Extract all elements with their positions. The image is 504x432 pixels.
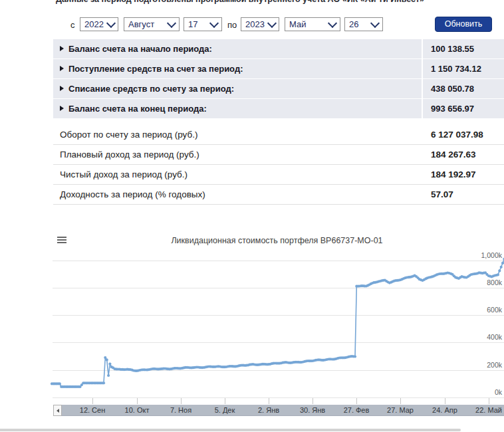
detail-row-label: Оборот по счету за период (руб.): [60, 125, 197, 144]
x-axis-tick: [400, 398, 401, 404]
from-month-value: Август: [128, 19, 154, 29]
x-axis-label: 12. Сен: [80, 406, 105, 414]
report-source-note: Данные за период подготовлены программой…: [56, 0, 424, 4]
summary-row-label: Поступление средств на счет за период:: [68, 59, 243, 78]
detail-row-value: 57.07: [431, 185, 453, 204]
x-axis-tick: [313, 398, 313, 404]
expand-arrow-icon: [60, 86, 64, 91]
from-month-select[interactable]: Август: [124, 17, 180, 31]
summary-row-value: 100 138.55: [431, 39, 474, 58]
from-year-value: 2022: [84, 19, 104, 29]
column-divider: [422, 79, 423, 98]
chevron-down-icon: [209, 18, 219, 27]
y-gridline: [53, 288, 504, 288]
summary-row-label: Списание средств по счету за период:: [68, 79, 234, 98]
from-label: с: [70, 20, 75, 30]
x-axis-label: 24. Апр: [432, 406, 457, 414]
chevron-down-icon: [328, 18, 337, 27]
chart-title: Ликвидационная стоимость портфеля ВР6673…: [52, 236, 502, 245]
detail-row-value: 184 267.63: [431, 145, 476, 164]
summary-row-label: Баланс счета на начало периода:: [68, 39, 212, 58]
column-divider: [422, 99, 423, 118]
x-axis-tick: [137, 398, 138, 404]
x-axis-label: 27. Мар: [387, 406, 414, 414]
y-axis-label: 200k: [462, 361, 502, 369]
x-axis-label: 30. Янв: [300, 406, 325, 414]
chevron-down-icon: [267, 18, 277, 27]
summary-row-label: Баланс счета на конец периода:: [68, 99, 207, 118]
x-axis-tick: [181, 398, 182, 404]
detail-row-turnover: Оборот по счету за период (руб.) 6 127 0…: [53, 125, 504, 145]
y-gridline: [53, 315, 504, 316]
summary-row-deposits[interactable]: Поступление средств на счет за период: 1…: [53, 59, 504, 78]
x-axis-tick: [92, 398, 93, 404]
summary-row-value: 1 150 734.12: [431, 59, 481, 78]
x-axis-label: 27. Фев: [344, 406, 370, 414]
detail-row-value: 184 192.97: [431, 165, 476, 184]
from-day-select[interactable]: 17: [184, 17, 222, 31]
from-day-value: 17: [188, 19, 197, 29]
x-axis-tick: [489, 398, 489, 404]
series-line: [52, 259, 504, 387]
y-gridline: [53, 397, 504, 398]
x-axis-tick: [225, 398, 225, 404]
expand-arrow-icon: [60, 46, 64, 51]
to-day-select[interactable]: 26: [344, 17, 383, 31]
y-axis-label: 1,000k: [462, 251, 502, 259]
y-axis-label: 0k: [462, 388, 502, 396]
x-axis-label: 2. Янв: [258, 406, 279, 414]
detail-row-planned-income: Плановый доход за период (руб.) 184 267.…: [53, 145, 504, 165]
summary-row-closing-balance[interactable]: Баланс счета на конец периода: 993 656.9…: [53, 99, 504, 118]
to-day-value: 26: [349, 19, 358, 29]
y-gridline: [53, 370, 504, 371]
scrollbar-left-button[interactable]: [53, 405, 62, 416]
y-gridline: [53, 342, 504, 343]
x-axis-tick: [356, 398, 357, 404]
summary-row-withdrawals[interactable]: Списание средств по счету за период: 438…: [53, 79, 504, 98]
y-gridline: [53, 261, 504, 261]
x-axis-label: 7. Ноя: [170, 406, 191, 414]
x-axis-tick: [269, 398, 269, 404]
x-axis-label: 5. Дек: [215, 406, 235, 414]
expand-arrow-icon: [60, 106, 64, 111]
summary-row-opening-balance[interactable]: Баланс счета на начало периода: 100 138.…: [53, 39, 504, 58]
to-month-value: Май: [289, 19, 306, 29]
y-axis-label: 800k: [462, 278, 502, 286]
to-label: по: [227, 20, 237, 30]
chevron-down-icon: [106, 18, 116, 27]
x-axis-label: 22. Май: [475, 406, 502, 414]
to-year-select[interactable]: 2023: [241, 17, 279, 31]
expand-arrow-icon: [60, 66, 64, 71]
to-year-value: 2023: [245, 19, 265, 29]
detail-row-net-income: Чистый доход за период (руб.) 184 192.97: [53, 165, 504, 185]
chevron-down-icon: [370, 18, 380, 27]
detail-row-label: Доходность за период (% годовых): [60, 185, 205, 204]
detail-row-value: 6 127 037.98: [431, 125, 483, 144]
page-bottom-divider: [0, 429, 461, 431]
from-year-select[interactable]: 2022: [80, 17, 118, 31]
summary-row-value: 993 656.97: [431, 99, 474, 118]
to-month-select[interactable]: Май: [285, 17, 340, 31]
column-divider: [422, 39, 423, 58]
account-report-page: Данные за период подготовлены программой…: [0, 0, 504, 432]
detail-row-label: Чистый доход за период (руб.): [60, 165, 188, 184]
detail-row-yield: Доходность за период (% годовых) 57.07: [53, 185, 504, 205]
x-axis-label: 10. Окт: [125, 406, 150, 414]
y-axis-label: 400k: [462, 333, 502, 341]
left-triangle-icon: [57, 409, 59, 413]
detail-row-label: Плановый доход за период (руб.): [60, 145, 199, 164]
y-axis-label: 600k: [462, 306, 502, 314]
chevron-down-icon: [167, 18, 176, 27]
refresh-button[interactable]: Обновить: [435, 17, 492, 32]
x-axis-tick: [445, 398, 445, 404]
column-divider: [422, 59, 423, 78]
summary-row-value: 438 050.78: [431, 79, 474, 98]
series-markers: [51, 258, 504, 388]
